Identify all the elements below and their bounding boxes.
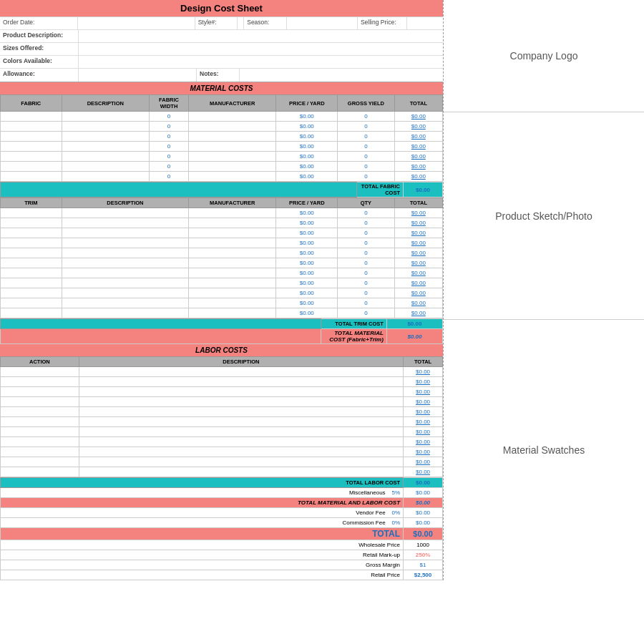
fabric-cell-yield[interactable]: 0 <box>338 132 395 142</box>
fabric-cell-mfg[interactable] <box>189 172 276 182</box>
fabric-cell-fabric[interactable] <box>1 172 62 182</box>
labor-cell-action[interactable] <box>1 467 79 477</box>
fabric-cell-yield[interactable]: 0 <box>338 172 395 182</box>
trim-cell-price[interactable]: $0.00 <box>276 248 338 258</box>
labor-cell-desc[interactable] <box>79 457 403 467</box>
fabric-cell-total[interactable]: $0.00 <box>394 162 442 172</box>
fabric-cell-fabric[interactable] <box>1 162 62 172</box>
trim-cell-price[interactable]: $0.00 <box>276 268 338 278</box>
trim-cell-qty[interactable]: 0 <box>338 218 395 228</box>
trim-cell-total[interactable]: $0.00 <box>394 308 442 318</box>
trim-cell-qty[interactable]: 0 <box>338 308 395 318</box>
trim-cell-desc[interactable] <box>62 288 188 298</box>
trim-cell-total[interactable]: $0.00 <box>394 228 442 238</box>
fabric-cell-price[interactable]: $0.00 <box>276 142 338 152</box>
trim-cell-price[interactable]: $0.00 <box>276 278 338 288</box>
trim-cell-mfg[interactable] <box>189 268 276 278</box>
fabric-cell-fabric[interactable] <box>1 152 62 162</box>
product-desc-value[interactable] <box>79 30 443 42</box>
labor-cell-desc[interactable] <box>79 387 403 397</box>
trim-cell-trim[interactable] <box>1 298 62 308</box>
trim-cell-trim[interactable] <box>1 258 62 268</box>
fabric-cell-total[interactable]: $0.00 <box>394 172 442 182</box>
order-date-value[interactable] <box>78 17 195 29</box>
selling-price-value[interactable] <box>407 17 443 29</box>
fabric-cell-desc[interactable] <box>62 132 149 142</box>
trim-cell-mfg[interactable] <box>189 278 276 288</box>
trim-cell-total[interactable]: $0.00 <box>394 288 442 298</box>
trim-cell-mfg[interactable] <box>189 298 276 308</box>
trim-cell-desc[interactable] <box>62 308 188 318</box>
labor-cell-action[interactable] <box>1 397 79 407</box>
trim-cell-trim[interactable] <box>1 218 62 228</box>
labor-cell-total[interactable]: $0.00 <box>404 447 443 457</box>
trim-cell-desc[interactable] <box>62 268 188 278</box>
trim-cell-total[interactable]: $0.00 <box>394 248 442 258</box>
fabric-cell-mfg[interactable] <box>189 132 276 142</box>
labor-cell-total[interactable]: $0.00 <box>404 367 443 377</box>
trim-cell-mfg[interactable] <box>189 208 276 218</box>
fabric-cell-desc[interactable] <box>62 112 149 122</box>
fabric-cell-width[interactable]: 0 <box>150 152 189 162</box>
trim-cell-trim[interactable] <box>1 228 62 238</box>
labor-cell-desc[interactable] <box>79 467 403 477</box>
labor-cell-total[interactable]: $0.00 <box>404 387 443 397</box>
fabric-cell-fabric[interactable] <box>1 122 62 132</box>
trim-cell-price[interactable]: $0.00 <box>276 288 338 298</box>
fabric-cell-mfg[interactable] <box>189 142 276 152</box>
fabric-cell-price[interactable]: $0.00 <box>276 152 338 162</box>
allowance-value[interactable] <box>79 69 197 82</box>
labor-cell-total[interactable]: $0.00 <box>404 437 443 447</box>
trim-cell-desc[interactable] <box>62 248 188 258</box>
labor-cell-desc[interactable] <box>79 397 403 407</box>
fabric-cell-fabric[interactable] <box>1 142 62 152</box>
trim-cell-mfg[interactable] <box>189 218 276 228</box>
trim-cell-trim[interactable] <box>1 238 62 248</box>
trim-cell-trim[interactable] <box>1 268 62 278</box>
fabric-cell-desc[interactable] <box>62 172 149 182</box>
trim-cell-price[interactable]: $0.00 <box>276 218 338 228</box>
labor-cell-desc[interactable] <box>79 427 403 437</box>
labor-cell-total[interactable]: $0.00 <box>404 467 443 477</box>
trim-cell-total[interactable]: $0.00 <box>394 238 442 248</box>
trim-cell-mfg[interactable] <box>189 248 276 258</box>
fabric-cell-total[interactable]: $0.00 <box>394 112 442 122</box>
fabric-cell-price[interactable]: $0.00 <box>276 162 338 172</box>
labor-cell-total[interactable]: $0.00 <box>404 377 443 387</box>
fabric-cell-yield[interactable]: 0 <box>338 152 395 162</box>
trim-cell-price[interactable]: $0.00 <box>276 238 338 248</box>
fabric-cell-desc[interactable] <box>62 162 149 172</box>
season-value[interactable] <box>287 17 358 29</box>
trim-cell-price[interactable]: $0.00 <box>276 208 338 218</box>
trim-cell-desc[interactable] <box>62 208 188 218</box>
labor-cell-action[interactable] <box>1 387 79 397</box>
fabric-cell-mfg[interactable] <box>189 152 276 162</box>
labor-cell-total[interactable]: $0.00 <box>404 407 443 417</box>
style-value[interactable] <box>238 17 244 29</box>
labor-cell-action[interactable] <box>1 457 79 467</box>
fabric-cell-mfg[interactable] <box>189 112 276 122</box>
fabric-cell-desc[interactable] <box>62 152 149 162</box>
trim-cell-total[interactable]: $0.00 <box>394 258 442 268</box>
trim-cell-price[interactable]: $0.00 <box>276 308 338 318</box>
trim-cell-desc[interactable] <box>62 278 188 288</box>
trim-cell-qty[interactable]: 0 <box>338 228 395 238</box>
trim-cell-desc[interactable] <box>62 228 188 238</box>
trim-cell-mfg[interactable] <box>189 308 276 318</box>
labor-cell-desc[interactable] <box>79 437 403 447</box>
labor-cell-total[interactable]: $0.00 <box>404 457 443 467</box>
trim-cell-mfg[interactable] <box>189 238 276 248</box>
fabric-cell-width[interactable]: 0 <box>150 132 189 142</box>
fabric-cell-width[interactable]: 0 <box>150 172 189 182</box>
labor-cell-action[interactable] <box>1 447 79 457</box>
labor-cell-action[interactable] <box>1 417 79 427</box>
trim-cell-trim[interactable] <box>1 278 62 288</box>
trim-cell-total[interactable]: $0.00 <box>394 218 442 228</box>
labor-cell-total[interactable]: $0.00 <box>404 427 443 437</box>
trim-cell-mfg[interactable] <box>189 258 276 268</box>
trim-cell-qty[interactable]: 0 <box>338 298 395 308</box>
fabric-cell-yield[interactable]: 0 <box>338 162 395 172</box>
trim-cell-total[interactable]: $0.00 <box>394 278 442 288</box>
labor-cell-action[interactable] <box>1 377 79 387</box>
trim-cell-desc[interactable] <box>62 238 188 248</box>
